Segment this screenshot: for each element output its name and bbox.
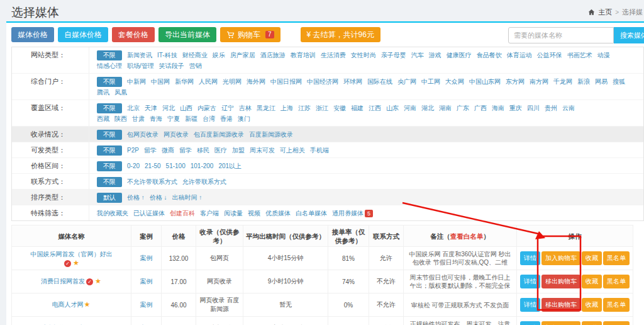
filter-option[interactable]: 新浪 xyxy=(577,77,590,86)
filter-option[interactable]: 国际在线 xyxy=(367,77,392,86)
filter-option[interactable]: 海南 xyxy=(492,104,504,113)
filter-option[interactable]: 价格 ↑ xyxy=(127,193,145,202)
filter-option[interactable]: 搜狐 xyxy=(613,77,625,86)
filter-option[interactable]: 上海 xyxy=(280,104,293,113)
filter-option[interactable]: 娱乐 xyxy=(213,51,225,60)
case-link[interactable]: 案例 xyxy=(140,254,153,261)
filter-option[interactable]: 吉林 xyxy=(239,104,252,113)
filter-option[interactable]: 大众网 xyxy=(445,77,464,86)
special-filter-option[interactable]: 阅读量 xyxy=(224,209,243,218)
filter-option[interactable]: 湖南 xyxy=(439,104,452,113)
detail-button[interactable]: 详情 xyxy=(520,275,540,288)
filter-option[interactable]: 广西 xyxy=(474,104,487,113)
special-filter-option[interactable]: 白名单媒体 xyxy=(296,209,327,218)
filter-option[interactable]: 环球网 xyxy=(343,77,362,86)
filter-option[interactable]: 食品餐饮 xyxy=(477,51,502,60)
checkout-button[interactable]: ¥ 去结算，共计96元 xyxy=(301,27,380,42)
filter-option[interactable]: 情感心理 xyxy=(97,62,122,71)
blacklist-button[interactable]: 黑名单 xyxy=(603,251,630,265)
filter-option[interactable]: 中国经济网 xyxy=(307,77,338,86)
special-filter-option[interactable]: 已认证媒体 xyxy=(133,209,165,218)
filter-option[interactable]: 黑龙江 xyxy=(257,104,275,113)
media-name-link[interactable]: 中国娱乐网首发（官网）好出 xyxy=(31,251,113,258)
special-filter-option[interactable]: 优质媒体 xyxy=(265,209,291,218)
filter-option[interactable]: 可上相关 xyxy=(280,146,305,155)
filter-option[interactable]: 中国山东网 xyxy=(469,77,501,86)
filter-option[interactable]: 51-100 xyxy=(166,162,186,169)
blacklist-button[interactable]: 黑名单 xyxy=(603,321,630,325)
toolbar-button-1[interactable]: 媒体价格 xyxy=(11,27,54,42)
filter-option[interactable]: 百度新闻源收录 xyxy=(249,130,293,139)
filter-option[interactable]: 加盟 xyxy=(232,146,245,155)
filter-option[interactable]: 澳门 xyxy=(238,115,250,123)
filter-option[interactable]: 笑话段子 xyxy=(159,62,184,71)
remove-from-cart-button[interactable]: 移出购物车 xyxy=(541,298,580,312)
add-to-cart-button[interactable]: 加入购物车 xyxy=(541,321,580,325)
favorite-button[interactable]: 收藏 xyxy=(582,251,602,265)
detail-button[interactable]: 详情 xyxy=(520,298,540,312)
favorite-button[interactable]: 收藏 xyxy=(582,321,602,325)
filter-option[interactable]: 辽宁 xyxy=(221,104,234,113)
filter-chip-selected[interactable]: 不限 xyxy=(97,177,122,187)
filter-option[interactable]: 微商 xyxy=(162,146,174,155)
filter-option[interactable]: 手机端 xyxy=(310,146,329,155)
breadcrumb-home[interactable]: 主页 xyxy=(598,8,612,17)
filter-chip-selected[interactable]: 不限 xyxy=(97,130,122,140)
filter-option[interactable]: 21-50 xyxy=(145,162,161,169)
filter-option[interactable]: 中新网 xyxy=(127,77,146,86)
blacklist-button[interactable]: 黑名单 xyxy=(603,298,630,312)
filter-option[interactable]: 允许带联系方式 xyxy=(182,178,226,186)
special-filter-option[interactable]: 创建百科 xyxy=(170,209,195,218)
filter-option[interactable]: 西藏 xyxy=(97,115,109,123)
filter-option[interactable]: 留学 xyxy=(179,146,192,155)
filter-option[interactable]: 体育运动 xyxy=(507,51,532,60)
remove-from-cart-button[interactable]: 移出购物车 xyxy=(541,275,580,288)
filter-option[interactable]: 央广网 xyxy=(397,77,416,86)
filter-option[interactable]: 内蒙古 xyxy=(197,104,216,113)
blacklist-button[interactable]: 黑名单 xyxy=(603,275,630,288)
filter-option[interactable]: 酒店旅游 xyxy=(260,51,286,60)
filter-option[interactable]: 游戏 xyxy=(429,51,441,60)
filter-option[interactable]: 动漫 xyxy=(597,51,610,60)
filter-option[interactable]: 青海 xyxy=(150,115,162,123)
filter-option[interactable]: 亲子母婴 xyxy=(381,51,406,60)
media-search-input[interactable] xyxy=(508,27,614,43)
filter-option[interactable]: 新疆 xyxy=(185,115,197,123)
filter-option[interactable]: 贵州 xyxy=(545,104,557,113)
filter-option[interactable]: 湖北 xyxy=(421,104,434,113)
filter-option[interactable]: 宁夏 xyxy=(167,115,180,123)
filter-chip-selected[interactable]: 默认 xyxy=(97,193,122,203)
filter-option[interactable]: 201以上 xyxy=(218,162,242,171)
search-media-button[interactable]: 搜索媒体 xyxy=(614,27,644,43)
filter-option[interactable]: 价格 ↓ xyxy=(150,193,167,202)
filter-option[interactable]: 香港 xyxy=(220,115,233,123)
toolbar-button-4[interactable]: 导出当前媒体 xyxy=(158,27,216,42)
filter-option[interactable]: 中工网 xyxy=(421,77,440,86)
filter-option[interactable]: 福建 xyxy=(351,104,364,113)
case-link[interactable]: 案例 xyxy=(140,278,153,285)
view-whitelist-link[interactable]: 查看白名单 xyxy=(450,232,484,240)
toolbar-button-2[interactable]: 自媒体价格 xyxy=(58,27,108,42)
filter-option[interactable]: 新闻资讯 xyxy=(127,51,152,60)
filter-option[interactable]: 教育培训 xyxy=(291,51,316,60)
filter-option[interactable]: 千龙网 xyxy=(553,77,572,86)
filter-option[interactable]: 光明网 xyxy=(223,77,242,86)
filter-option[interactable]: 浙江 xyxy=(316,104,328,113)
filter-option[interactable]: 公益环保 xyxy=(537,51,562,60)
filter-option[interactable]: 南方网 xyxy=(530,77,548,86)
filter-option[interactable]: 天津 xyxy=(145,104,157,113)
filter-option[interactable]: 汽车 xyxy=(411,51,424,60)
filter-option[interactable]: 河南 xyxy=(404,104,416,113)
filter-option[interactable]: 生活消费 xyxy=(321,51,346,60)
filter-chip-selected[interactable]: 不限 xyxy=(97,145,122,156)
cart-button[interactable]: 购物车 7 xyxy=(220,27,280,42)
filter-option[interactable]: 营销 xyxy=(189,62,202,71)
filter-option[interactable]: 山西 xyxy=(180,104,192,113)
filter-option[interactable]: 新华网 xyxy=(175,77,194,86)
filter-option[interactable]: 东方网 xyxy=(506,77,525,86)
filter-chip-selected[interactable]: 不限 xyxy=(97,103,122,113)
filter-option[interactable]: 江西 xyxy=(369,104,381,113)
filter-option[interactable]: 河北 xyxy=(162,104,175,113)
favorite-button[interactable]: 收藏 xyxy=(582,275,602,288)
media-name-link[interactable]: 电商人才网 xyxy=(52,301,84,308)
